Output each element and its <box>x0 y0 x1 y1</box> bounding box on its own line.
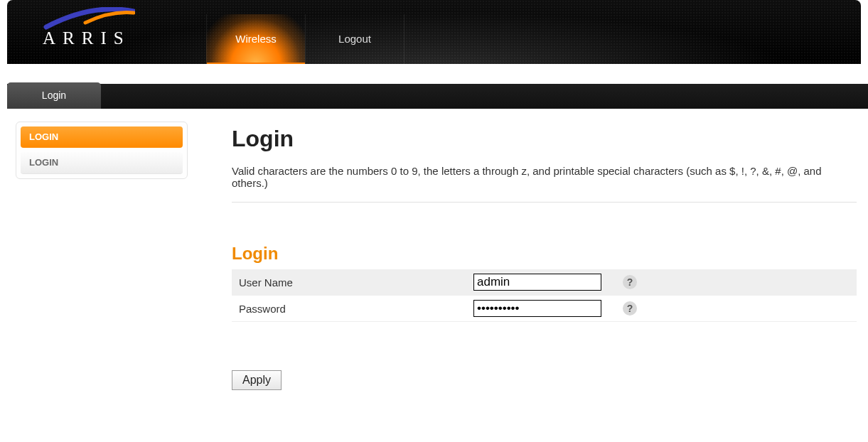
password-label: Password <box>232 296 466 322</box>
row-password: Password ? <box>232 296 857 322</box>
sub-nav-bar: Login <box>7 84 868 109</box>
brand-swoosh-icon <box>43 7 149 31</box>
subnav-tab-login[interactable]: Login <box>7 82 101 109</box>
row-username: User Name ? <box>232 269 857 296</box>
top-nav: Wireless Logout <box>206 14 404 64</box>
login-form: User Name ? Password ? <box>232 269 857 322</box>
page-description: Valid characters are the numbers 0 to 9,… <box>232 165 857 203</box>
help-icon[interactable]: ? <box>623 275 637 289</box>
brand-logo: ARRIS <box>43 7 149 48</box>
password-input[interactable] <box>473 300 601 317</box>
main-content: Login Valid characters are the numbers 0… <box>188 122 868 390</box>
brand-name: ARRIS <box>43 28 149 48</box>
nav-tab-logout[interactable]: Logout <box>305 14 404 64</box>
page-title: Login <box>232 126 857 152</box>
top-bar: ARRIS Wireless Logout <box>7 0 861 64</box>
username-input[interactable] <box>473 274 601 291</box>
apply-button[interactable]: Apply <box>232 370 282 390</box>
sidebar-item-login[interactable]: LOGIN <box>21 152 183 174</box>
help-icon[interactable]: ? <box>623 301 637 316</box>
sidebar-item-login-active[interactable]: LOGIN <box>21 126 183 148</box>
section-title: Login <box>232 244 857 264</box>
nav-tab-wireless[interactable]: Wireless <box>206 14 305 64</box>
username-label: User Name <box>232 269 466 296</box>
sidebar: LOGIN LOGIN <box>16 122 188 179</box>
